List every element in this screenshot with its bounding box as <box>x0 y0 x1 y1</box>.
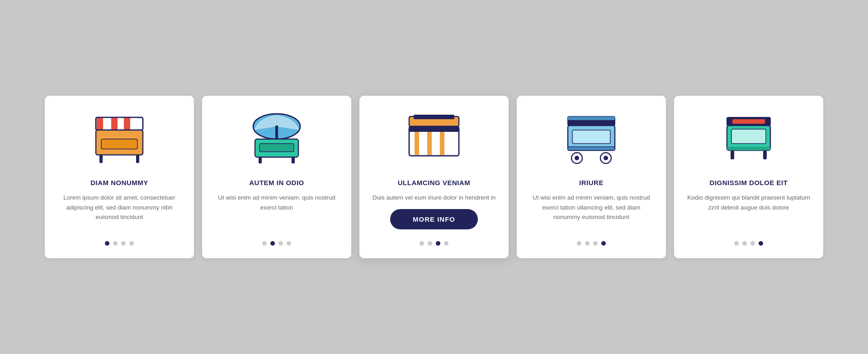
dot <box>585 241 590 246</box>
card-1-body: Lorem ipsum dolor sit amet, consectetuer… <box>57 193 181 231</box>
card-4-body: Ut wisi enim ad minim veniam, quis nostr… <box>529 193 653 231</box>
svg-rect-5 <box>124 117 130 130</box>
kiosk-stall-icon <box>398 109 470 168</box>
dot <box>742 241 747 246</box>
card-5: DIGNISSIM DOLOE EIT Kodio dignissim qui … <box>674 96 823 258</box>
card-2: AUTEM IN ODIO Ut wisi enim ad minim veni… <box>202 96 351 258</box>
card-3-dots <box>420 241 448 246</box>
dot <box>420 241 424 246</box>
svg-rect-45 <box>763 150 767 159</box>
dot <box>734 241 739 246</box>
svg-rect-3 <box>111 117 118 130</box>
counter-stall-icon <box>712 109 785 168</box>
dot <box>129 241 134 246</box>
svg-rect-1 <box>97 117 103 130</box>
svg-rect-40 <box>732 119 765 124</box>
dot <box>593 241 598 246</box>
dot <box>436 241 440 246</box>
cart-stall-icon <box>555 109 627 168</box>
svg-rect-42 <box>731 129 766 144</box>
svg-rect-43 <box>727 147 770 150</box>
card-4-dots <box>577 241 606 246</box>
svg-rect-44 <box>731 150 734 159</box>
card-4-title: IRIURE <box>579 179 604 186</box>
more-info-button[interactable]: MORE INFO <box>390 209 478 229</box>
dot <box>750 241 755 246</box>
dot <box>270 241 275 246</box>
svg-rect-20 <box>414 115 454 119</box>
dot <box>121 241 126 246</box>
card-5-dots <box>734 241 763 246</box>
dot <box>113 241 118 246</box>
dot <box>278 241 283 246</box>
svg-rect-14 <box>275 126 278 139</box>
card-1-dots <box>105 241 134 246</box>
svg-rect-9 <box>101 139 137 149</box>
card-3-body: Duis autem vel eum iriure dolor in hendr… <box>373 193 495 203</box>
cards-container: DIAM NONUMMY Lorem ipsum dolor sit amet,… <box>18 73 850 281</box>
card-3-title: ULLAMCING VENIAM <box>398 179 471 186</box>
svg-rect-11 <box>136 155 139 163</box>
card-3: ULLAMCING VENIAM Duis autem vel eum iriu… <box>359 96 509 258</box>
svg-rect-2 <box>104 117 110 130</box>
dot <box>759 241 763 246</box>
card-2-dots <box>262 241 291 246</box>
svg-rect-33 <box>572 130 610 144</box>
card-4: IRIURE Ut wisi enim ad minim veniam, qui… <box>517 96 666 258</box>
svg-rect-31 <box>568 116 615 120</box>
svg-rect-17 <box>259 157 262 163</box>
dot <box>444 241 448 246</box>
svg-rect-34 <box>568 147 615 150</box>
dot <box>262 241 267 246</box>
svg-rect-6 <box>131 117 137 130</box>
card-2-body: Ut wisi enim ad minim veniam, quis nostr… <box>215 193 339 231</box>
svg-rect-4 <box>118 117 124 130</box>
card-2-title: AUTEM IN ODIO <box>249 179 304 186</box>
market-stall-awning-icon <box>83 109 156 168</box>
dot <box>577 241 581 246</box>
svg-rect-29 <box>409 126 459 132</box>
svg-rect-18 <box>292 157 295 163</box>
svg-point-36 <box>575 156 579 160</box>
card-5-body: Kodio dignissim qui blandit praesent lup… <box>687 193 811 231</box>
dot <box>428 241 432 246</box>
card-1-title: DIAM NONUMMY <box>90 179 148 186</box>
dot <box>287 241 291 246</box>
card-1: DIAM NONUMMY Lorem ipsum dolor sit amet,… <box>45 96 194 258</box>
svg-rect-10 <box>99 155 103 163</box>
umbrella-stall-icon <box>241 109 313 168</box>
dot <box>601 241 606 246</box>
svg-point-38 <box>604 156 608 160</box>
dot <box>105 241 109 246</box>
card-5-title: DIGNISSIM DOLOE EIT <box>710 179 788 186</box>
svg-rect-16 <box>259 144 294 152</box>
